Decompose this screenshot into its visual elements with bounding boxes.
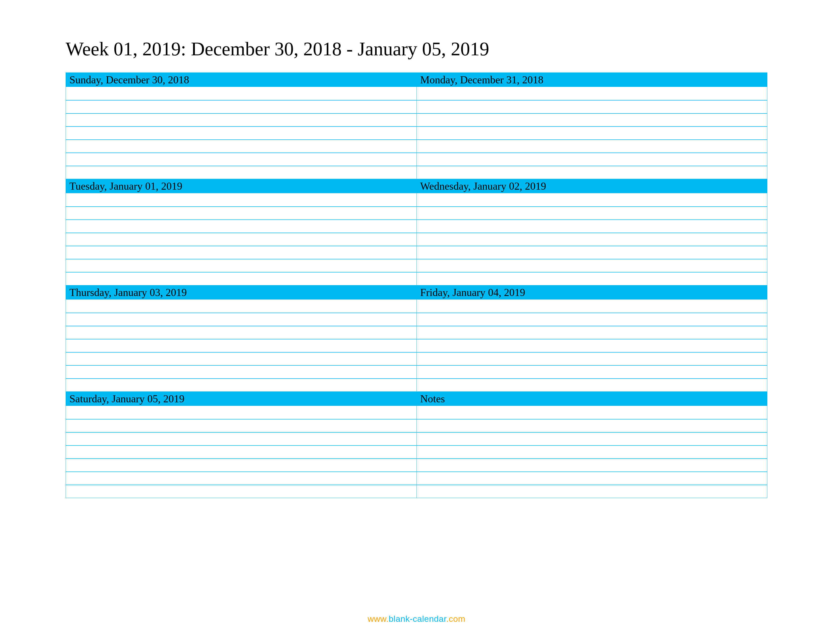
footer-www: www. <box>368 614 389 623</box>
day-header: Monday, December 31, 2018 <box>417 73 767 87</box>
day-cell-saturday: Saturday, January 05, 2019 <box>66 392 417 498</box>
day-lines <box>417 299 767 391</box>
entry-line[interactable] <box>66 445 416 458</box>
footer-link[interactable]: www.blank-calendar.com <box>0 614 833 624</box>
day-lines <box>66 193 416 285</box>
day-header: Friday, January 04, 2019 <box>417 285 767 299</box>
entry-line[interactable] <box>66 378 416 391</box>
entry-line[interactable] <box>66 246 416 259</box>
entry-line[interactable] <box>66 472 416 485</box>
entry-line[interactable] <box>417 233 767 246</box>
entry-line[interactable] <box>66 153 416 166</box>
day-header: Wednesday, January 02, 2019 <box>417 179 767 193</box>
day-header: Sunday, December 30, 2018 <box>66 73 416 87</box>
entry-line[interactable] <box>417 378 767 391</box>
entry-line[interactable] <box>417 87 767 100</box>
footer-com: .com <box>446 614 465 623</box>
day-header: Notes <box>417 392 767 406</box>
entry-line[interactable] <box>417 326 767 339</box>
entry-line[interactable] <box>417 419 767 432</box>
entry-line[interactable] <box>417 472 767 485</box>
entry-line[interactable] <box>66 326 416 339</box>
entry-line[interactable] <box>66 365 416 378</box>
entry-line[interactable] <box>417 432 767 445</box>
entry-line[interactable] <box>417 113 767 126</box>
day-cell-notes: Notes <box>416 392 767 498</box>
day-cell-sunday: Sunday, December 30, 2018 <box>66 73 417 179</box>
entry-line[interactable] <box>417 193 767 206</box>
entry-line[interactable] <box>66 100 416 113</box>
day-cell-friday: Friday, January 04, 2019 <box>416 285 767 392</box>
entry-line[interactable] <box>417 246 767 259</box>
entry-line[interactable] <box>417 485 767 498</box>
entry-line[interactable] <box>66 339 416 352</box>
entry-line[interactable] <box>66 485 416 498</box>
entry-line[interactable] <box>66 206 416 219</box>
entry-line[interactable] <box>417 339 767 352</box>
entry-line[interactable] <box>66 432 416 445</box>
entry-line[interactable] <box>417 166 767 179</box>
entry-line[interactable] <box>417 100 767 113</box>
entry-line[interactable] <box>66 313 416 326</box>
entry-line[interactable] <box>66 113 416 126</box>
entry-line[interactable] <box>417 313 767 326</box>
entry-line[interactable] <box>417 219 767 233</box>
week-grid: Sunday, December 30, 2018 Monday, Decemb… <box>66 72 767 498</box>
entry-line[interactable] <box>417 272 767 285</box>
entry-line[interactable] <box>417 365 767 378</box>
entry-line[interactable] <box>417 259 767 272</box>
day-cell-thursday: Thursday, January 03, 2019 <box>66 285 417 392</box>
entry-line[interactable] <box>417 458 767 472</box>
entry-line[interactable] <box>417 206 767 219</box>
entry-line[interactable] <box>66 139 416 153</box>
page-title: Week 01, 2019: December 30, 2018 - Janua… <box>66 38 767 60</box>
day-cell-wednesday: Wednesday, January 02, 2019 <box>416 179 767 285</box>
entry-line[interactable] <box>417 352 767 365</box>
day-lines <box>417 87 767 179</box>
day-cell-monday: Monday, December 31, 2018 <box>416 73 767 179</box>
entry-line[interactable] <box>66 193 416 206</box>
entry-line[interactable] <box>66 126 416 139</box>
entry-line[interactable] <box>66 352 416 365</box>
entry-line[interactable] <box>417 406 767 419</box>
entry-line[interactable] <box>66 166 416 179</box>
entry-line[interactable] <box>66 233 416 246</box>
entry-line[interactable] <box>417 299 767 313</box>
day-lines <box>66 299 416 391</box>
day-lines <box>417 406 767 498</box>
entry-line[interactable] <box>66 299 416 313</box>
entry-line[interactable] <box>66 272 416 285</box>
day-header: Tuesday, January 01, 2019 <box>66 179 416 193</box>
entry-line[interactable] <box>66 406 416 419</box>
day-lines <box>417 193 767 285</box>
entry-line[interactable] <box>417 153 767 166</box>
entry-line[interactable] <box>66 419 416 432</box>
day-cell-tuesday: Tuesday, January 01, 2019 <box>66 179 417 285</box>
footer-domain: blank-calendar <box>389 614 446 623</box>
entry-line[interactable] <box>66 458 416 472</box>
entry-line[interactable] <box>66 87 416 100</box>
day-header: Thursday, January 03, 2019 <box>66 285 416 299</box>
entry-line[interactable] <box>417 139 767 153</box>
entry-line[interactable] <box>417 126 767 139</box>
day-lines <box>66 87 416 179</box>
entry-line[interactable] <box>66 219 416 233</box>
day-header: Saturday, January 05, 2019 <box>66 392 416 406</box>
day-lines <box>66 406 416 498</box>
entry-line[interactable] <box>66 259 416 272</box>
entry-line[interactable] <box>417 445 767 458</box>
